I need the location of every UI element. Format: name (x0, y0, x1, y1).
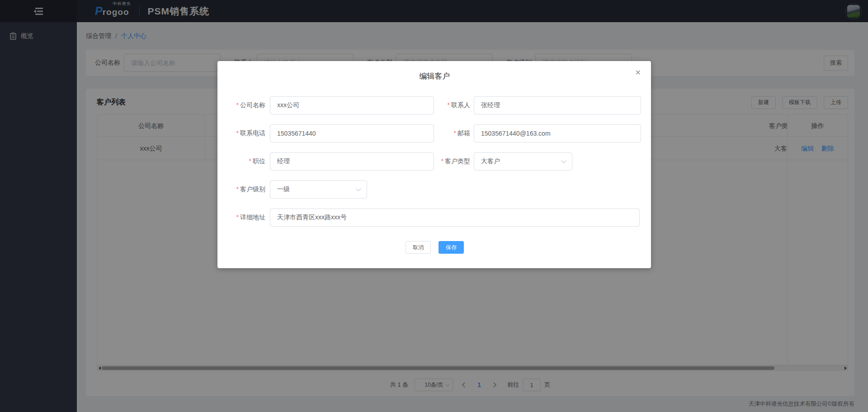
customer-level-value: 一级 (277, 185, 290, 194)
app-root: 中科谱光 Progoo PSM销售系统 概览 综合管 (0, 0, 868, 412)
dialog-footer: 取消 保存 (228, 241, 641, 254)
required-mark: * (236, 129, 239, 137)
form-item-customer-level: *客户级别 一级 (228, 180, 367, 199)
required-mark: * (441, 157, 443, 165)
form-row: *详细地址 (228, 208, 641, 227)
chevron-down-icon (356, 186, 361, 191)
required-mark: * (448, 101, 450, 109)
required-mark: * (454, 129, 456, 137)
field-label-customer-level: *客户级别 (228, 185, 270, 194)
form-item-email: *邮箱 (434, 124, 641, 142)
field-label-address: *详细地址 (228, 213, 270, 222)
close-icon[interactable]: ✕ (635, 69, 641, 76)
dialog-title: 编辑客户 (228, 71, 641, 81)
edit-customer-dialog: 编辑客户 ✕ *公司名称 *联系人 *联系电话 *邮箱 (217, 61, 651, 268)
form-item-address: *详细地址 (228, 208, 640, 227)
form-row: *职位 *客户类型 大客户 (228, 152, 641, 170)
form-row: *联系电话 *邮箱 (228, 124, 641, 142)
required-mark: * (236, 213, 239, 221)
form-item-company: *公司名称 (228, 96, 434, 114)
field-label-email: *邮箱 (434, 129, 474, 137)
form-item-contact: *联系人 (434, 96, 641, 114)
cancel-button[interactable]: 取消 (406, 241, 431, 254)
form-item-customer-type: *客户类型 大客户 (434, 152, 572, 170)
customer-level-select[interactable]: 一级 (270, 180, 367, 199)
customer-type-value: 大客户 (481, 157, 500, 166)
field-label-contact: *联系人 (434, 101, 474, 109)
field-label-position: *职位 (228, 157, 270, 166)
position-field[interactable] (270, 152, 434, 170)
contact-field[interactable] (474, 96, 641, 114)
customer-type-select[interactable]: 大客户 (474, 152, 572, 170)
save-button[interactable]: 保存 (439, 241, 464, 254)
field-label-customer-type: *客户类型 (434, 157, 474, 166)
form-row: *公司名称 *联系人 (228, 96, 641, 114)
required-mark: * (249, 157, 251, 165)
chevron-down-icon (561, 158, 566, 163)
required-mark: * (236, 185, 239, 193)
required-mark: * (236, 101, 239, 109)
form-item-phone: *联系电话 (228, 124, 434, 142)
field-label-phone: *联系电话 (228, 129, 270, 137)
address-field[interactable] (270, 208, 640, 227)
company-name-field[interactable] (270, 96, 434, 114)
edit-customer-form: *公司名称 *联系人 *联系电话 *邮箱 (228, 96, 641, 254)
email-field[interactable] (474, 124, 641, 142)
field-label-company: *公司名称 (228, 101, 270, 109)
phone-field[interactable] (270, 124, 434, 142)
form-row: *客户级别 一级 (228, 180, 641, 199)
form-item-position: *职位 (228, 152, 434, 170)
